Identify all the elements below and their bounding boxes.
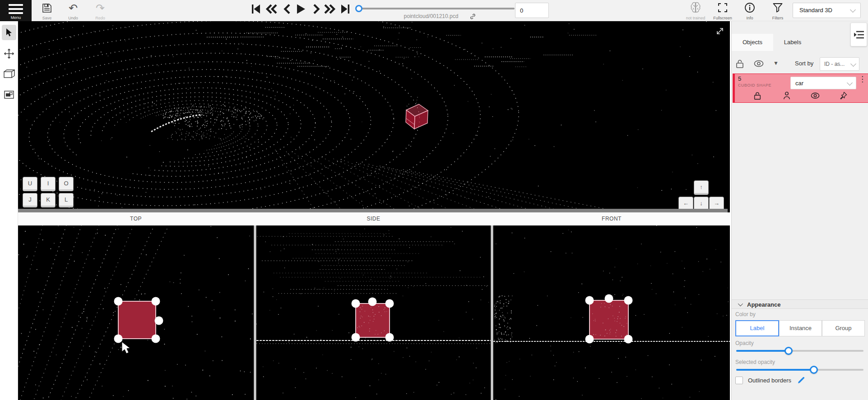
color-by-label-button[interactable]: Label <box>735 320 779 336</box>
main-3d-viewport[interactable]: U I O J K L ↑ ← ↓ → <box>18 21 730 212</box>
filters-button[interactable]: Filters <box>766 0 789 21</box>
color-by-group-button[interactable]: Group <box>822 320 865 336</box>
opacity-slider-thumb[interactable] <box>784 347 793 355</box>
tab-labels[interactable]: Labels <box>773 34 812 51</box>
rewind-button[interactable] <box>265 3 278 15</box>
chevron-down-icon <box>850 61 856 67</box>
outlined-borders-checkbox[interactable] <box>735 377 743 384</box>
key-j[interactable]: J <box>23 193 37 207</box>
cuboid-icon <box>3 69 15 79</box>
selected-opacity-label: Selected opacity <box>735 359 775 365</box>
key-k[interactable]: K <box>41 193 56 207</box>
appearance-section-header[interactable]: Appearance <box>732 299 868 309</box>
move-arrows-icon <box>4 48 14 59</box>
side-view-canvas[interactable] <box>256 225 491 400</box>
fast-forward-button[interactable] <box>323 3 336 15</box>
chevron-down-icon <box>738 301 743 306</box>
select-tool[interactable] <box>2 25 16 40</box>
view-mode-dropdown[interactable]: Standard 3D <box>793 3 861 18</box>
object-lock-icon[interactable] <box>752 90 763 101</box>
key-u[interactable]: U <box>23 177 37 191</box>
object-category-value: car <box>795 80 803 87</box>
skip-to-start-button[interactable] <box>250 3 262 15</box>
previous-frame-button[interactable] <box>281 3 294 15</box>
object-pin-icon[interactable] <box>838 90 849 101</box>
object-category-dropdown[interactable]: car <box>790 77 856 89</box>
cuboid-annotation-3d[interactable] <box>399 98 436 134</box>
selected-opacity-slider-thumb[interactable] <box>810 366 818 374</box>
undo-button[interactable]: ↶ Undo <box>65 0 82 21</box>
panel-toggle-icon <box>853 30 865 40</box>
file-name-label: pointcloud/001210.pcd <box>386 13 476 19</box>
info-button[interactable]: Info <box>739 0 760 21</box>
view-mode-value: Standard 3D <box>799 7 832 14</box>
color-by-label: Color by <box>735 311 756 317</box>
color-by-instance-button[interactable]: Instance <box>779 320 822 336</box>
pointcloud-3d <box>18 21 730 212</box>
save-button[interactable]: Save <box>38 0 56 21</box>
fullscreen-button[interactable]: Fullscreen <box>711 0 734 21</box>
link-icon[interactable] <box>469 13 476 20</box>
frame-slider-thumb[interactable] <box>355 5 362 12</box>
ortho-views <box>18 225 730 400</box>
tab-objects[interactable]: Objects <box>732 34 773 51</box>
object-menu-kebab-icon[interactable]: ⋮ <box>859 76 866 83</box>
key-i[interactable]: I <box>41 177 56 191</box>
image-select-icon <box>4 90 14 99</box>
sort-by-label: Sort by <box>795 60 813 67</box>
sort-dropdown[interactable]: ID - as... <box>820 57 859 71</box>
brain-icon <box>690 1 701 14</box>
collapse-panel-button[interactable] <box>850 23 867 46</box>
model-status[interactable]: not trained <box>684 0 707 21</box>
top-toolbar: Menu Save ↶ Undo ↷ Redo <box>0 0 868 21</box>
top-view-canvas[interactable] <box>18 225 254 400</box>
appearance-title: Appearance <box>747 301 780 308</box>
fullscreen-icon <box>718 3 728 13</box>
next-frame-button[interactable] <box>310 3 322 15</box>
opacity-label: Opacity <box>735 340 754 346</box>
edit-pencil-icon[interactable] <box>797 377 805 385</box>
object-row-selected[interactable]: 5 CUBOID SHAPE car ⋮ <box>733 74 868 103</box>
menu-label: Menu <box>0 15 32 20</box>
chevron-down-icon <box>847 80 853 86</box>
key-o[interactable]: O <box>59 177 74 191</box>
key-l[interactable]: L <box>59 193 74 207</box>
object-list-controls: ▼ Sort by ID - as... <box>732 56 868 73</box>
opacity-slider[interactable] <box>736 347 863 355</box>
object-shape: CUBOID SHAPE <box>738 83 771 87</box>
ortho-label-strip: TOP SIDE FRONT <box>18 212 730 225</box>
expand-view-icon[interactable] <box>715 27 724 36</box>
move-tool[interactable] <box>2 46 16 61</box>
sort-value: ID - as... <box>824 61 845 67</box>
side-view-label: SIDE <box>256 216 491 222</box>
save-floppy-icon <box>42 3 52 14</box>
menu-button[interactable]: Menu <box>0 0 32 21</box>
object-id: 5 <box>738 75 741 82</box>
image-region-tool[interactable] <box>2 87 16 102</box>
front-view-canvas[interactable] <box>493 225 730 400</box>
frame-slider[interactable] <box>357 8 515 9</box>
front-view-label: FRONT <box>493 216 730 222</box>
expand-list-dropdown[interactable]: ▼ <box>773 60 779 66</box>
info-icon <box>744 2 755 13</box>
object-track-person-icon[interactable] <box>781 90 792 101</box>
skip-to-end-button[interactable] <box>339 3 352 15</box>
not-trained-label: not trained <box>684 16 707 20</box>
top-view-label: TOP <box>18 216 254 222</box>
frame-number-input[interactable] <box>515 3 549 18</box>
undo-icon: ↶ <box>65 2 82 14</box>
play-button[interactable] <box>294 3 307 15</box>
cuboid-tool[interactable] <box>2 66 16 82</box>
lock-all-icon[interactable] <box>735 59 744 69</box>
chevron-down-icon <box>850 7 856 13</box>
arrow-up-key[interactable]: ↑ <box>694 180 709 195</box>
hamburger-icon <box>9 4 23 16</box>
visibility-all-icon[interactable] <box>753 59 764 68</box>
redo-icon: ↷ <box>92 2 109 14</box>
object-visibility-icon[interactable] <box>810 90 821 101</box>
pointer-cursor-icon <box>5 28 13 37</box>
redo-button[interactable]: ↷ Redo <box>92 0 109 21</box>
panel-tabs: Objects Labels <box>732 34 840 51</box>
selected-opacity-slider[interactable] <box>736 366 863 374</box>
horizontal-scrollbar[interactable] <box>18 209 728 212</box>
